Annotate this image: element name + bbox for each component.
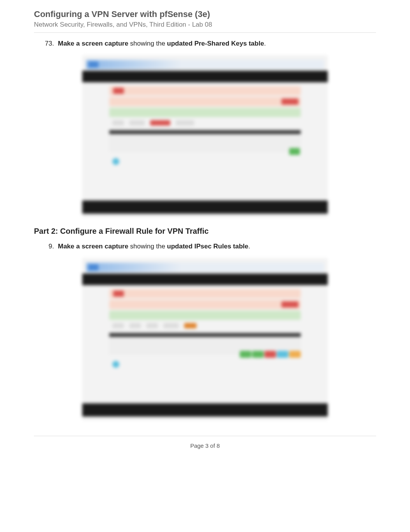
step-text: Make a screen capture showing the update…: [58, 40, 376, 48]
step-bold-2: updated Pre-Shared Keys table: [167, 40, 264, 47]
page-subtitle: Network Security, Firewalls, and VPNs, T…: [34, 21, 376, 33]
step-73: 73. Make a screen capture showing the up…: [42, 40, 376, 48]
screenshot-ipsec-rules: [82, 258, 328, 420]
page-footer: Page 3 of 8: [34, 442, 376, 457]
step-bold-2: updated IPsec Rules table: [167, 243, 249, 250]
screenshot-preshared-keys: [82, 55, 328, 218]
part-2-heading: Part 2: Configure a Firewall Rule for VP…: [34, 227, 376, 236]
footer-divider: [34, 436, 376, 436]
step-mid: showing the: [128, 243, 167, 250]
step-end: .: [248, 243, 250, 250]
step-bold-1: Make a screen capture: [58, 40, 128, 47]
step-end: .: [264, 40, 266, 47]
page-title: Configuring a VPN Server with pfSense (3…: [34, 9, 376, 19]
step-9: 9. Make a screen capture showing the upd…: [42, 243, 376, 250]
step-text: Make a screen capture showing the update…: [58, 243, 376, 250]
step-number: 73.: [42, 40, 58, 48]
step-mid: showing the: [128, 40, 167, 47]
step-number: 9.: [42, 243, 58, 250]
step-bold-1: Make a screen capture: [58, 243, 128, 250]
